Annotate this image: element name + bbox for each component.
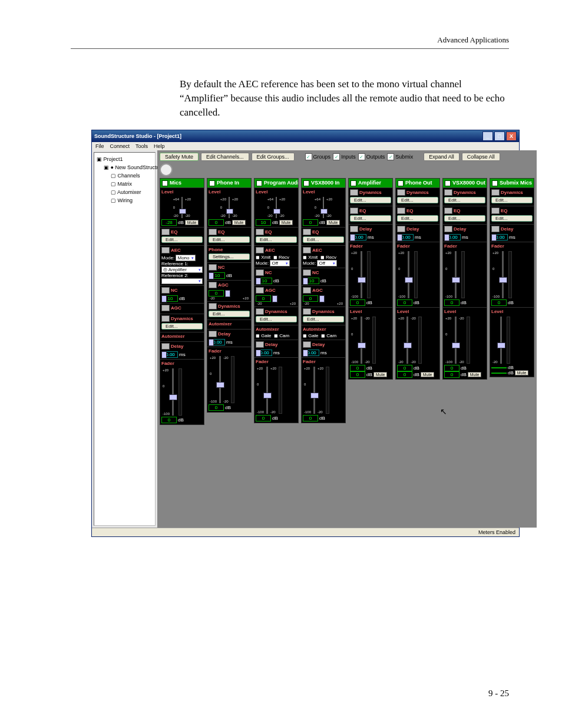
aec-ref1-select[interactable]: ◎ Amplifier <box>161 266 203 273</box>
edit-button[interactable]: Edit... <box>161 323 203 330</box>
edit-button[interactable]: Edit... <box>397 215 438 222</box>
channel-strip: Phone OutDynamicsEdit...EQEdit...Delay 0… <box>395 178 440 380</box>
app-window: SoundStructure Studio - [Project1] _ □ X… <box>91 130 520 537</box>
channel-header[interactable]: VSX8000 Out <box>443 179 487 187</box>
check-groups[interactable]: ✓Groups <box>305 153 331 160</box>
aec-mode-select[interactable]: Off <box>317 260 337 266</box>
channel-header[interactable]: Mics <box>160 179 204 187</box>
menu-tools[interactable]: Tools <box>135 143 148 149</box>
channel-strip: Phone InLevel +200-20 +20-20 0dB MuteEQE… <box>207 178 252 413</box>
edit-button[interactable]: Edit... <box>444 197 485 203</box>
maximize-button[interactable]: □ <box>494 131 505 141</box>
statusbar: Meters Enabled <box>92 528 519 536</box>
channels-canvas: Safety Mute Edit Channels... Edit Groups… <box>157 150 537 528</box>
tree-channels[interactable]: ▢ Channels <box>97 172 153 180</box>
channel-strip: MicsLevel +640-20 +20-20 -28dB MuteEQEdi… <box>160 178 204 425</box>
menu-connect[interactable]: Connect <box>110 143 130 149</box>
menu-file[interactable]: File <box>95 143 104 149</box>
canvas-toolbar: Safety Mute Edit Channels... Edit Groups… <box>160 153 534 161</box>
titlebar[interactable]: SoundStructure Studio - [Project1] _ □ X <box>92 130 519 142</box>
title-text: SoundStructure Studio - [Project1] <box>94 133 482 139</box>
tree-matrix[interactable]: ▢ Matrix <box>97 180 153 188</box>
edit-button[interactable]: Edit... <box>303 316 344 322</box>
check-outputs[interactable]: ✓Outputs <box>358 153 385 160</box>
channel-header[interactable]: Phone In <box>207 179 251 187</box>
close-button[interactable]: X <box>506 131 517 141</box>
project-tree[interactable]: ▣ Project1 ▣ ● New SoundStructure ▢ Chan… <box>94 152 156 526</box>
tree-automixer[interactable]: ▢ Automixer <box>97 188 153 196</box>
channel-strip: Submix MicsDynamicsEdit...EQEdit...Delay… <box>490 178 534 377</box>
collapse-all-button[interactable]: Collapse All <box>462 153 500 161</box>
mute-button[interactable]: Mute <box>279 220 293 225</box>
mute-button[interactable]: Mute <box>373 372 388 377</box>
mute-button[interactable]: Mute <box>185 220 199 225</box>
edit-channels-button[interactable]: Edit Channels... <box>201 153 249 161</box>
edit-button[interactable]: Edit... <box>491 215 533 222</box>
page-number: 9 - 25 <box>488 689 509 699</box>
mute-button[interactable]: Mute <box>326 220 340 225</box>
safety-mute-button[interactable]: Safety Mute <box>160 153 199 161</box>
expand-all-button[interactable]: Expand All <box>424 153 459 161</box>
check-inputs[interactable]: ✓Inputs <box>333 153 356 160</box>
channel-header[interactable]: Program Audio <box>254 179 298 187</box>
body-paragraph: By default the AEC reference has been se… <box>180 77 509 119</box>
tree-root[interactable]: ▣ Project1 <box>97 155 153 163</box>
channel-strip: Program AudioLevel +640-20 +20-20 10dB M… <box>254 178 299 423</box>
phone-settings-button[interactable]: Settings... <box>209 253 250 260</box>
mute-button[interactable]: Mute <box>515 370 529 375</box>
minimize-button[interactable]: _ <box>482 131 493 141</box>
mute-button[interactable]: Mute <box>232 220 246 225</box>
aec-ref2-select[interactable] <box>161 278 203 284</box>
aec-mode-select[interactable]: Mono <box>176 255 196 261</box>
channel-header[interactable]: Submix Mics <box>490 179 534 187</box>
edit-button[interactable]: Edit... <box>209 311 250 317</box>
mute-button[interactable]: Mute <box>468 372 482 377</box>
channel-strip: VSX8000 OutDynamicsEdit...EQEdit...Delay… <box>442 178 487 380</box>
channel-header[interactable]: VSX8000 In <box>302 179 345 187</box>
edit-button[interactable]: Edit... <box>303 236 344 243</box>
check-submix[interactable]: ✓Submix <box>387 153 413 160</box>
menubar: File Connect Tools Help <box>92 142 519 150</box>
record-indicator-icon <box>160 163 173 176</box>
edit-button[interactable]: Edit... <box>256 316 297 322</box>
tree-wiring[interactable]: ▢ Wiring <box>97 196 153 205</box>
channel-strips: MicsLevel +640-20 +20-20 -28dB MuteEQEdi… <box>160 178 534 425</box>
edit-button[interactable]: Edit... <box>491 197 533 203</box>
tree-device[interactable]: ▣ ● New SoundStructure <box>97 163 153 172</box>
channel-header[interactable]: Amplifier <box>349 179 392 187</box>
edit-button[interactable]: Edit... <box>161 236 203 243</box>
edit-button[interactable]: Edit... <box>209 236 250 243</box>
edit-button[interactable]: Edit... <box>444 215 485 222</box>
edit-button[interactable]: Edit... <box>350 215 391 222</box>
edit-groups-button[interactable]: Edit Groups... <box>252 153 295 161</box>
mute-button[interactable]: Mute <box>421 372 435 377</box>
aec-mode-select[interactable]: Off <box>270 260 290 266</box>
channel-header[interactable]: Phone Out <box>396 179 439 187</box>
edit-button[interactable]: Edit... <box>256 236 297 243</box>
channel-strip: AmplifierDynamicsEdit...EQEdit...Delay 0… <box>348 178 393 380</box>
edit-button[interactable]: Edit... <box>397 197 438 203</box>
channel-strip: VSX8000 InLevel +640-20 +20-20 0dB MuteE… <box>301 178 346 423</box>
running-header: Advanced Applications <box>71 35 509 45</box>
header-rule <box>71 48 509 49</box>
edit-button[interactable]: Edit... <box>350 197 391 203</box>
menu-help[interactable]: Help <box>154 143 165 149</box>
